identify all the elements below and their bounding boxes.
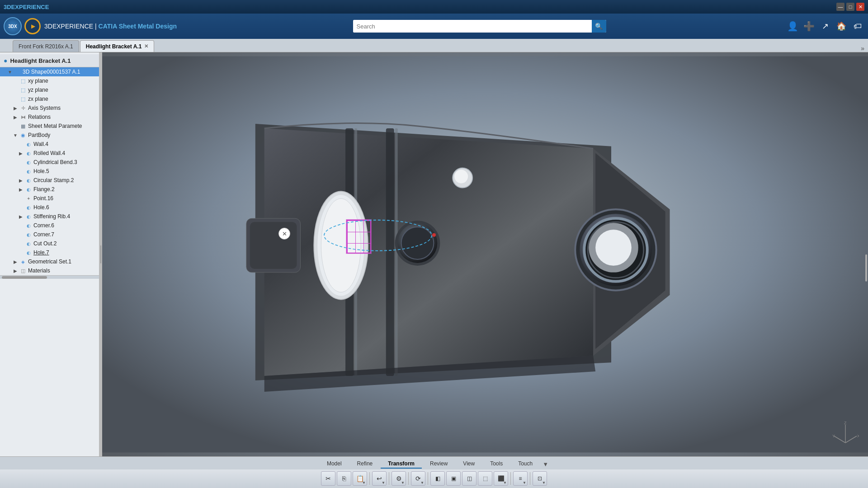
view-mode-4-button[interactable]: ⬚	[478, 471, 492, 486]
tree-item-label: Rolled Wall.4	[33, 150, 65, 156]
paste-button[interactable]: 📋▼	[353, 471, 367, 486]
dropdown-arrow: ▼	[542, 481, 546, 485]
home-button[interactable]: 🏠	[835, 19, 848, 33]
tree-item-partbody[interactable]: ▼ ◉ PartBody	[0, 131, 99, 140]
svg-rect-9	[250, 222, 297, 269]
close-button[interactable]: ✕	[856, 3, 864, 11]
tree-item-geo-set1[interactable]: ▶ ◈ Geometrical Set.1	[0, 257, 99, 266]
expand-icon[interactable]: ▶	[18, 187, 24, 192]
add-button[interactable]: ➕	[802, 19, 816, 33]
titlebar-left: 3DEXPERIENCE	[4, 4, 49, 10]
expand-icon[interactable]: ▶	[13, 259, 18, 264]
tab-front-fork[interactable]: Front Fork R2016x A.1	[13, 40, 79, 52]
expand-icon[interactable]: ▶	[13, 106, 18, 111]
tab-headlight-bracket[interactable]: Headlight Bracket A.1 ✕	[80, 40, 155, 52]
minimize-button[interactable]: —	[836, 3, 844, 11]
bottom-tab-transform[interactable]: Transform	[381, 460, 422, 469]
layer-button[interactable]: ≡▼	[513, 471, 528, 486]
feature-icon: ◐	[25, 159, 32, 166]
tree-item-3dshape[interactable]: ▼ ◈ 3D Shape00001537 A.1	[0, 67, 99, 76]
tag-button[interactable]: 🏷	[851, 19, 864, 33]
transform-button[interactable]: ⟳▼	[411, 471, 425, 486]
copy-button[interactable]: ⎘	[337, 471, 351, 486]
tree-item-stiffening-rib4[interactable]: ▶ ◐ Stiffening Rib.4	[0, 212, 99, 221]
tree-item-label: Point.16	[33, 195, 53, 202]
panel-title: Headlight Bracket A.1	[0, 54, 99, 67]
tree-item-label: yz plane	[28, 87, 48, 93]
bottom-tab-review[interactable]: Review	[423, 460, 455, 469]
bottom-tab-touch[interactable]: Touch	[511, 460, 540, 469]
point-icon: ✦	[25, 195, 32, 202]
expand-icon[interactable]: ▶	[13, 268, 18, 273]
dropdown-arrow: ▼	[420, 481, 424, 485]
view-mode-5-button[interactable]: ⬛▼	[494, 471, 508, 486]
tabs-overflow-icon[interactable]: ▼	[542, 461, 548, 468]
tree-item-circular-stamp2[interactable]: ▶ ◐ Circular Stamp.2	[0, 176, 99, 185]
tree-item-flange2[interactable]: ▶ ◐ Flange.2	[0, 185, 99, 194]
tree-item-xy-plane[interactable]: ⬚ xy plane	[0, 76, 99, 85]
tree-item-label: Cylindrical Bend.3	[33, 159, 77, 165]
bottom-tab-view[interactable]: View	[456, 460, 482, 469]
tree-item-point16[interactable]: ✦ Point.16	[0, 194, 99, 203]
tree-item-label: Corner.6	[33, 222, 54, 229]
tree-item-yz-plane[interactable]: ⬚ yz plane	[0, 85, 99, 94]
feature-icon: ◐	[25, 249, 32, 256]
undo-button[interactable]: ↩▼	[372, 471, 387, 486]
catia-label: CATIA Sheet Metal Design	[99, 23, 177, 30]
tree-item-axis-systems[interactable]: ▶ ✛ Axis Systems	[0, 103, 99, 113]
tree-item-hole6[interactable]: ◐ Hole.6	[0, 203, 99, 212]
bottom-tab-model[interactable]: Model	[320, 460, 349, 469]
dropdown-arrow: ▼	[503, 481, 507, 485]
feature-icon: ◐	[25, 150, 32, 157]
expand-icon[interactable]: ▶	[13, 115, 18, 120]
scrollbar-thumb[interactable]	[2, 276, 47, 279]
tab-expand-button[interactable]: »	[861, 45, 868, 52]
feature-icon: ◐	[25, 213, 32, 220]
svg-line-23	[834, 436, 845, 443]
tree-item-zx-plane[interactable]: ⬚ zx plane	[0, 94, 99, 103]
selection-ellipse	[324, 220, 432, 251]
bottom-tab-tools[interactable]: Tools	[483, 460, 510, 469]
toolbar-separator	[389, 472, 389, 485]
tree-item-corner6[interactable]: ◐ Corner.6	[0, 221, 99, 230]
tree-item-corner7[interactable]: ◐ Corner.7	[0, 230, 99, 239]
filter-button[interactable]: ⊡▼	[533, 471, 547, 486]
search-bar[interactable]: 🔍	[353, 20, 606, 33]
titlebar-controls[interactable]: — □ ✕	[836, 3, 864, 11]
tree-item-rolled-wall4[interactable]: ▶ ◐ Rolled Wall.4	[0, 149, 99, 158]
tree-item-cutout2[interactable]: ◐ Cut Out.2	[0, 239, 99, 248]
panel-scrollbar[interactable]	[0, 275, 99, 279]
tree-item-hole7[interactable]: ◐ Hole.7	[0, 248, 99, 257]
expand-icon[interactable]: ▼	[13, 133, 18, 138]
toolbar-separator	[369, 472, 370, 485]
tree-item-sheet-metal-params[interactable]: ▦ Sheet Metal Paramete	[0, 122, 99, 131]
tree-item-materials[interactable]: ▶ ◫ Materials	[0, 266, 99, 275]
expand-icon[interactable]: ▼	[7, 70, 13, 75]
feature-icon: ◐	[25, 177, 32, 184]
search-button[interactable]: 🔍	[592, 20, 606, 33]
tree-item-hole5[interactable]: ◐ Hole.5	[0, 167, 99, 176]
3d-viewport[interactable]: ✕ X Y Z	[102, 52, 868, 456]
user-icon-button[interactable]: 👤	[786, 19, 799, 33]
view-mode-3-button[interactable]: ◫	[462, 471, 476, 486]
tree-item-cyl-bend3[interactable]: ◐ Cylindrical Bend.3	[0, 158, 99, 167]
close-selection-button[interactable]: ✕	[278, 228, 290, 239]
expand-icon[interactable]: ▶	[18, 151, 24, 156]
view-mode-1-button[interactable]: ◧	[430, 471, 445, 486]
tree-item-wall4[interactable]: ◐ Wall.4	[0, 140, 99, 149]
tree-item-relations[interactable]: ▶ ⧓ Relations	[0, 113, 99, 122]
play-button[interactable]	[24, 18, 41, 34]
view-mode-2-button[interactable]: ▣	[446, 471, 461, 486]
bottom-tab-refine[interactable]: Refine	[350, 460, 380, 469]
maximize-button[interactable]: □	[846, 3, 854, 11]
scissors-button[interactable]: ✂	[321, 471, 335, 486]
viewport-scrollbar[interactable]	[865, 254, 867, 282]
tab-close-icon[interactable]: ✕	[144, 43, 148, 49]
tree-item-label: Stiffening Rib.4	[33, 213, 70, 220]
settings-button[interactable]: ⚙▼	[392, 471, 406, 486]
expand-icon[interactable]: ▶	[18, 214, 24, 219]
search-input[interactable]	[353, 20, 592, 33]
feature-icon: ◐	[25, 186, 32, 193]
share-button[interactable]: ↗	[818, 19, 832, 33]
expand-icon[interactable]: ▶	[18, 178, 24, 183]
